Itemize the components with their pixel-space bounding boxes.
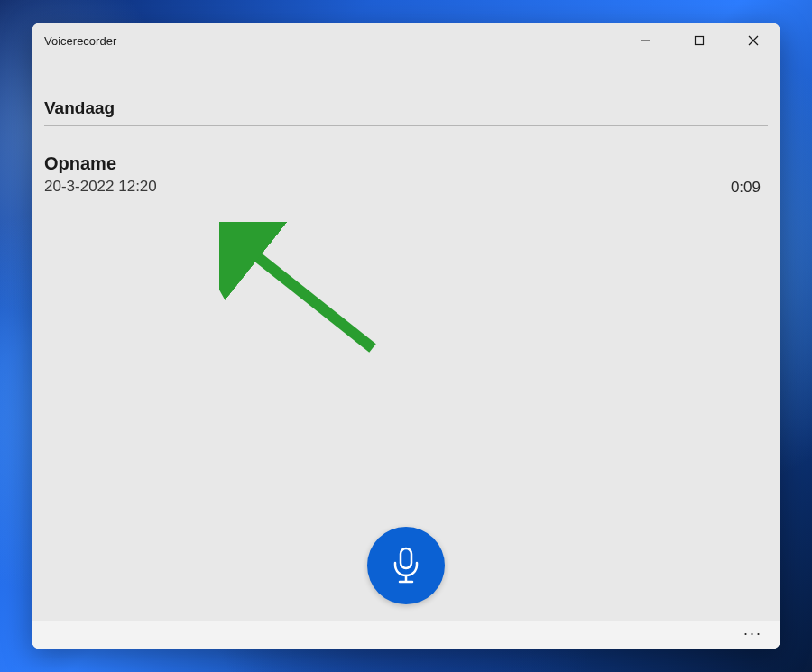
- close-icon: [748, 35, 759, 46]
- svg-line-5: [242, 244, 373, 348]
- recording-timestamp: 20-3-2022 12:20: [44, 178, 157, 196]
- recording-info: Opname 20-3-2022 12:20: [44, 153, 157, 196]
- window-controls: [618, 23, 780, 59]
- svg-rect-6: [401, 548, 411, 568]
- recording-list: Opname 20-3-2022 12:20 0:09: [32, 133, 780, 197]
- minimize-button[interactable]: [618, 23, 672, 59]
- recording-item[interactable]: Opname 20-3-2022 12:20 0:09: [44, 153, 768, 197]
- microphone-icon: [389, 547, 423, 585]
- content-area: [32, 197, 780, 621]
- minimize-icon: [640, 35, 651, 46]
- maximize-button[interactable]: [672, 23, 726, 59]
- record-button[interactable]: [367, 527, 445, 604]
- svg-rect-1: [696, 37, 704, 45]
- more-icon: ···: [743, 624, 762, 642]
- recording-title: Opname: [44, 153, 157, 174]
- recording-duration: 0:09: [731, 153, 768, 197]
- section-title: Vandaag: [44, 98, 768, 124]
- maximize-icon: [694, 35, 705, 46]
- titlebar[interactable]: Voicerecorder: [32, 23, 780, 59]
- close-button[interactable]: [726, 23, 780, 59]
- annotation-arrow-icon: [219, 222, 400, 375]
- footer-bar: ···: [32, 621, 780, 649]
- more-button[interactable]: ···: [743, 625, 762, 645]
- window-title: Voicerecorder: [44, 34, 618, 48]
- voicerecorder-window: Voicerecorder Vandaag: [32, 23, 780, 649]
- section-header: Vandaag: [32, 59, 780, 133]
- section-divider: [44, 125, 768, 126]
